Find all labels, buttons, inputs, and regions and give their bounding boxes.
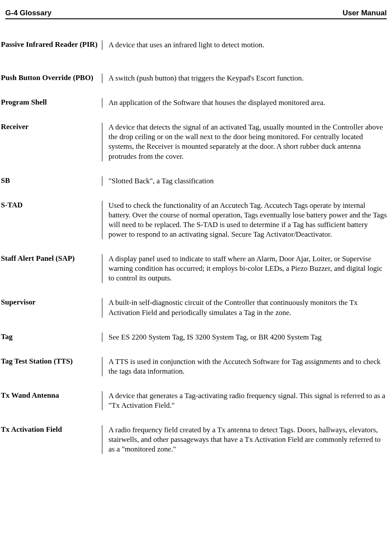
glossary-row: Staff Alert Panel (SAP) A display panel … [1, 254, 387, 283]
definition: A display panel used to indicate to staf… [102, 254, 387, 283]
header-right: User Manual [343, 9, 387, 18]
glossary-row: Push Button Override (PBO) A switch (pus… [1, 74, 387, 83]
glossary-row: Tag See ES 2200 System Tag, IS 3200 Syst… [1, 332, 387, 342]
glossary-row: Program Shell An application of the Soft… [1, 98, 387, 108]
definition: An application of the Software that hous… [102, 98, 387, 108]
term: S-TAD [1, 201, 102, 239]
definition: A built-in self-diagnostic circuit of th… [102, 298, 387, 317]
definition: A switch (push button) that triggers the… [102, 74, 387, 83]
term: Tag [1, 332, 102, 342]
definition: "Slotted Back", a Tag classification [102, 176, 387, 186]
term: Tx Activation Field [1, 425, 102, 454]
glossary-row: Receiver A device that detects the signa… [1, 122, 387, 161]
glossary-row: Supervisor A built-in self-diagnostic ci… [1, 298, 387, 317]
definition: A TTS is used in conjunction with the Ac… [102, 357, 387, 376]
term: Tag Test Station (TTS) [1, 357, 102, 376]
glossary-row: SB "Slotted Back", a Tag classification [1, 176, 387, 186]
term: Receiver [1, 122, 102, 161]
term: Passive Infrared Reader (PIR) [1, 40, 102, 50]
definition: A device that uses an infrared light to … [102, 40, 387, 50]
definition: Used to check the functionality of an Ac… [102, 201, 387, 239]
glossary-row: Tx Activation Field A radio frequency fi… [1, 425, 387, 454]
term: SB [1, 176, 102, 186]
definition: A device that detects the signal of an a… [102, 122, 387, 161]
definition: A radio frequency field created by a Tx … [102, 425, 387, 454]
glossary-table: Passive Infrared Reader (PIR) A device t… [1, 40, 387, 454]
glossary-row: Tag Test Station (TTS) A TTS is used in … [1, 357, 387, 376]
term: Program Shell [1, 98, 102, 108]
definition: See ES 2200 System Tag, IS 3200 System T… [102, 332, 387, 342]
definition: A device that generates a Tag-activating… [102, 391, 387, 410]
term: Staff Alert Panel (SAP) [1, 254, 102, 283]
glossary-row: Passive Infrared Reader (PIR) A device t… [1, 40, 387, 50]
glossary-row: Tx Wand Antenna A device that generates … [1, 391, 387, 410]
header-left: G-4 Glossary [5, 9, 52, 18]
glossary-row: S-TAD Used to check the functionality of… [1, 201, 387, 239]
page-header: G-4 Glossary User Manual [5, 9, 387, 19]
term: Push Button Override (PBO) [1, 74, 102, 83]
term: Supervisor [1, 298, 102, 317]
term: Tx Wand Antenna [1, 391, 102, 410]
